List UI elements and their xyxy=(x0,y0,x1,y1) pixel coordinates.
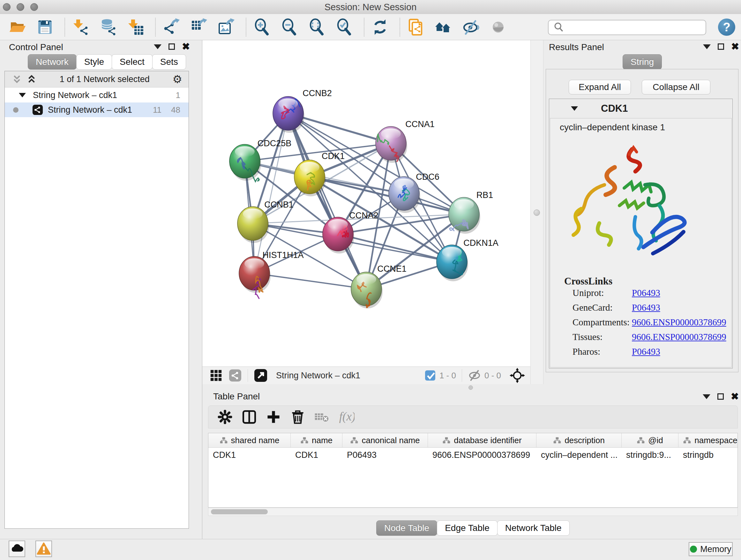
tab-edge-table[interactable]: Edge Table xyxy=(437,520,497,536)
split-panel-button[interactable] xyxy=(240,408,259,427)
node-CDC25B[interactable] xyxy=(229,144,261,182)
node-CCNA2[interactable] xyxy=(323,217,354,253)
table-panel-menu-icon[interactable] xyxy=(703,394,711,399)
search-input[interactable] xyxy=(568,21,705,34)
crosslink-link[interactable]: 9606.ENSP00000378699 xyxy=(632,332,726,342)
network-graph[interactable]: CCNB2CCNA1CDC25BCDK1CDC6RB1CCNB1CCNA2CDK… xyxy=(202,40,530,367)
node-table[interactable]: shared namenamecanonical namedatabase id… xyxy=(208,433,738,508)
export-network-button[interactable] xyxy=(161,17,181,37)
memory-button[interactable]: Memory xyxy=(689,542,733,556)
show-all-eye-button[interactable] xyxy=(488,17,508,37)
zoom-out-button[interactable] xyxy=(280,17,299,37)
help-button[interactable]: ? xyxy=(718,18,735,36)
splitter-knob[interactable] xyxy=(534,209,540,216)
search-box[interactable] xyxy=(548,20,706,35)
gene-section-header[interactable]: CDK1 xyxy=(549,99,732,118)
node-CCNB2[interactable] xyxy=(273,97,305,133)
node-CCNE1[interactable] xyxy=(351,272,383,308)
tab-select[interactable]: Select xyxy=(112,54,152,70)
splitter-vertical[interactable] xyxy=(530,40,543,384)
table-cell[interactable]: CDK1 xyxy=(291,448,342,462)
column-header-namespace[interactable]: namespace xyxy=(678,433,738,447)
crosslink-link[interactable]: P06493 xyxy=(632,347,660,357)
network-row[interactable]: String Network – cdk1 11 48 xyxy=(5,103,189,117)
table-horizontal-scrollbar[interactable] xyxy=(208,508,738,516)
network-options-gear-icon[interactable]: ⚙ xyxy=(173,74,182,84)
crosslink-link[interactable]: P06493 xyxy=(632,288,660,298)
delete-table-button[interactable] xyxy=(313,408,332,427)
zoom-selected-button[interactable] xyxy=(334,17,354,37)
scrollbar-thumb[interactable] xyxy=(211,509,268,514)
tab-node-table[interactable]: Node Table xyxy=(376,520,437,536)
control-panel-float-icon[interactable] xyxy=(169,44,175,50)
gene-expander-icon[interactable] xyxy=(571,106,578,111)
node-RB1[interactable] xyxy=(449,197,480,234)
table-panel-float-icon[interactable] xyxy=(718,393,724,400)
delete-column-button[interactable] xyxy=(288,408,307,427)
network-view-icon[interactable] xyxy=(228,369,242,382)
node-HIST1H1A[interactable] xyxy=(239,256,271,299)
control-panel-close-icon[interactable]: ✖ xyxy=(182,44,190,50)
zoom-fit-button[interactable] xyxy=(307,17,327,37)
export-table-button[interactable] xyxy=(189,17,209,37)
table-cell[interactable]: 9606.ENSP00000378699 xyxy=(428,448,536,462)
zoom-in-button[interactable] xyxy=(252,17,272,37)
table-panel-close-icon[interactable]: ✖ xyxy=(731,393,739,400)
expand-all-icon[interactable] xyxy=(26,74,37,84)
splitter-horizontal-handle[interactable] xyxy=(468,385,473,390)
tab-network[interactable]: Network xyxy=(28,54,77,70)
column-header-database-identifier[interactable]: database identifier xyxy=(428,433,536,447)
crosslink-link[interactable]: 9606.ENSP00000378699 xyxy=(632,317,726,327)
detach-view-icon[interactable] xyxy=(254,368,268,382)
import-network-button[interactable] xyxy=(71,17,91,37)
grid-view-icon[interactable] xyxy=(209,369,223,382)
refresh-button[interactable] xyxy=(370,17,390,37)
collection-expander-icon[interactable] xyxy=(19,93,26,98)
network-collection-row[interactable]: String Network – cdk1 1 xyxy=(5,88,189,103)
open-session-button[interactable] xyxy=(8,17,27,37)
control-panel-menu-icon[interactable] xyxy=(154,44,161,49)
export-image-button[interactable] xyxy=(216,17,236,37)
column-header-shared-name[interactable]: shared name xyxy=(208,433,291,447)
import-network-database-button[interactable] xyxy=(98,17,118,37)
edge-HIST1H1A-CCNE1[interactable] xyxy=(254,273,366,289)
node-CCNB1[interactable] xyxy=(238,206,269,243)
results-panel-float-icon[interactable] xyxy=(718,44,724,50)
crosslink-link[interactable]: P06493 xyxy=(632,302,660,313)
tab-network-table[interactable]: Network Table xyxy=(497,520,569,536)
duplicate-documents-button[interactable] xyxy=(406,17,426,37)
save-session-button[interactable] xyxy=(35,17,55,37)
table-cell[interactable]: P06493 xyxy=(342,448,428,462)
results-panel-menu-icon[interactable] xyxy=(703,44,711,49)
hide-unselected-eye-button[interactable] xyxy=(461,17,481,37)
node-CDC6[interactable] xyxy=(389,177,420,213)
network-canvas[interactable]: CCNB2CCNA1CDC25BCDK1CDC6RB1CCNB1CCNA2CDK… xyxy=(202,40,530,367)
column-header-canonical-name[interactable]: canonical name xyxy=(342,433,428,447)
expand-all-button[interactable]: Expand All xyxy=(569,80,631,95)
warnings-button[interactable] xyxy=(36,541,52,557)
node-CDKN1A[interactable] xyxy=(436,245,468,281)
collapse-all-icon[interactable] xyxy=(12,74,22,84)
results-tab-string[interactable]: String xyxy=(623,54,662,70)
table-cell[interactable]: stringdb:9... xyxy=(622,448,678,462)
table-cell[interactable]: stringdb xyxy=(678,448,738,462)
collapse-all-button[interactable]: Collapse All xyxy=(642,80,711,95)
column-header-name[interactable]: name xyxy=(291,433,342,447)
results-panel-close-icon[interactable]: ✖ xyxy=(731,44,739,50)
tab-style[interactable]: Style xyxy=(76,54,112,70)
table-row[interactable]: CDK1CDK1P064939606.ENSP00000378699cyclin… xyxy=(208,448,738,462)
import-table-button[interactable] xyxy=(126,17,145,37)
create-column-button[interactable] xyxy=(264,408,283,427)
neighbors-houses-button[interactable] xyxy=(433,17,453,37)
column-header-description[interactable]: description xyxy=(536,433,622,447)
cloud-button[interactable] xyxy=(9,541,25,557)
function-builder-button[interactable]: f(x) xyxy=(337,408,356,427)
tab-sets[interactable]: Sets xyxy=(152,54,186,70)
node-CDK1[interactable] xyxy=(294,160,326,196)
selected-checkbox-icon[interactable] xyxy=(424,369,436,381)
column-settings-button[interactable] xyxy=(215,408,234,427)
table-cell[interactable]: cyclin–dependent ... xyxy=(536,448,622,462)
node-CCNA1[interactable] xyxy=(376,126,407,163)
column-header--id[interactable]: @id xyxy=(622,433,678,447)
edge-CCNB2-HIST1H1A[interactable] xyxy=(254,113,288,273)
